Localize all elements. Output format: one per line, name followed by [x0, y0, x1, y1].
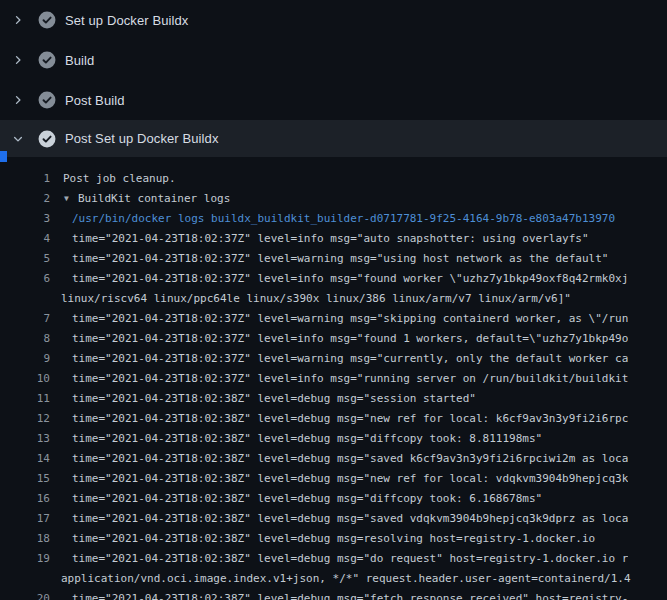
line-number[interactable]: 3: [0, 209, 50, 229]
log-text: time="2021-04-23T18:02:37Z" level=info m…: [50, 369, 628, 389]
line-number[interactable]: 2: [0, 189, 50, 209]
line-number[interactable]: 7: [0, 309, 50, 329]
line-number[interactable]: 16: [0, 489, 50, 509]
log-line: 5time="2021-04-23T18:02:37Z" level=warni…: [0, 249, 667, 269]
line-number[interactable]: 11: [0, 389, 50, 409]
log-line: 13time="2021-04-23T18:02:38Z" level=debu…: [0, 429, 667, 449]
chevron-right-icon: [11, 13, 25, 27]
log-line: application/vnd.oci.image.index.v1+json,…: [0, 569, 667, 589]
step-row-set-up-docker-buildx[interactable]: Set up Docker Buildx: [0, 0, 667, 40]
step-row-post-build[interactable]: Post Build: [0, 80, 667, 120]
log-text: application/vnd.oci.image.index.v1+json,…: [50, 569, 631, 589]
line-number[interactable]: 20: [0, 589, 50, 600]
line-number[interactable]: 9: [0, 349, 50, 369]
log-text: time="2021-04-23T18:02:38Z" level=debug …: [50, 469, 628, 489]
step-label: Post Build: [65, 93, 125, 108]
chevron-down-icon: [11, 132, 25, 146]
line-number[interactable]: 19: [0, 549, 50, 569]
log-line: 17time="2021-04-23T18:02:38Z" level=debu…: [0, 509, 667, 529]
step-row-post-set-up-docker-buildx[interactable]: Post Set up Docker Buildx: [0, 120, 667, 157]
log-text: time="2021-04-23T18:02:38Z" level=debug …: [50, 449, 628, 469]
check-circle-icon: [38, 91, 56, 109]
log-line: 8time="2021-04-23T18:02:37Z" level=info …: [0, 329, 667, 349]
log-line: linux/riscv64 linux/ppc64le linux/s390x …: [0, 289, 667, 309]
log-text: time="2021-04-23T18:02:38Z" level=debug …: [50, 549, 628, 569]
line-number: [0, 289, 50, 309]
log-line: 11time="2021-04-23T18:02:38Z" level=debu…: [0, 389, 667, 409]
chevron-right-icon: [11, 93, 25, 107]
line-number[interactable]: 15: [0, 469, 50, 489]
log-text: time="2021-04-23T18:02:38Z" level=debug …: [50, 529, 595, 549]
log-text: time="2021-04-23T18:02:38Z" level=debug …: [50, 589, 628, 600]
log-line: 4time="2021-04-23T18:02:37Z" level=info …: [0, 229, 667, 249]
log-line: 14time="2021-04-23T18:02:38Z" level=debu…: [0, 449, 667, 469]
line-number[interactable]: 1: [0, 169, 50, 189]
step-label: Set up Docker Buildx: [65, 13, 188, 28]
log-text: time="2021-04-23T18:02:37Z" level=info m…: [50, 269, 628, 289]
log-viewer: 1Post job cleanup.2▼BuildKit container l…: [0, 157, 667, 600]
line-number[interactable]: 17: [0, 509, 50, 529]
line-number: [0, 569, 50, 589]
group-expand-marker-icon[interactable]: ▼: [64, 189, 78, 209]
step-label: Post Set up Docker Buildx: [65, 131, 219, 146]
log-text: time="2021-04-23T18:02:37Z" level=warnin…: [50, 249, 608, 269]
log-text: Post job cleanup.: [50, 169, 176, 189]
check-circle-icon: [38, 130, 56, 148]
log-line: 7time="2021-04-23T18:02:37Z" level=warni…: [0, 309, 667, 329]
log-line: 1Post job cleanup.: [0, 169, 667, 189]
line-number[interactable]: 12: [0, 409, 50, 429]
log-text: time="2021-04-23T18:02:37Z" level=warnin…: [50, 309, 628, 329]
line-number[interactable]: 10: [0, 369, 50, 389]
line-number[interactable]: 18: [0, 529, 50, 549]
check-circle-icon: [38, 11, 56, 29]
focus-indicator: [0, 151, 7, 162]
log-text: time="2021-04-23T18:02:37Z" level=info m…: [50, 229, 589, 249]
step-row-build[interactable]: Build: [0, 40, 667, 80]
log-line: 10time="2021-04-23T18:02:37Z" level=info…: [0, 369, 667, 389]
log-line: 16time="2021-04-23T18:02:38Z" level=debu…: [0, 489, 667, 509]
line-number[interactable]: 13: [0, 429, 50, 449]
log-text: time="2021-04-23T18:02:37Z" level=warnin…: [50, 349, 628, 369]
log-text: time="2021-04-23T18:02:38Z" level=debug …: [50, 409, 628, 429]
line-number[interactable]: 4: [0, 229, 50, 249]
log-text: time="2021-04-23T18:02:37Z" level=info m…: [50, 329, 628, 349]
check-circle-icon: [38, 51, 56, 69]
log-line: 19time="2021-04-23T18:02:38Z" level=debu…: [0, 549, 667, 569]
log-line: 15time="2021-04-23T18:02:38Z" level=debu…: [0, 469, 667, 489]
log-text: time="2021-04-23T18:02:38Z" level=debug …: [50, 429, 542, 449]
log-line: 18time="2021-04-23T18:02:38Z" level=debu…: [0, 529, 667, 549]
log-line: 6time="2021-04-23T18:02:37Z" level=info …: [0, 269, 667, 289]
chevron-right-icon: [11, 53, 25, 67]
line-number[interactable]: 5: [0, 249, 50, 269]
log-text: linux/riscv64 linux/ppc64le linux/s390x …: [50, 289, 571, 309]
log-line: 2▼BuildKit container logs: [0, 189, 667, 209]
log-line: 20time="2021-04-23T18:02:38Z" level=debu…: [0, 589, 667, 600]
group-title: BuildKit container logs: [78, 192, 230, 205]
log-text: time="2021-04-23T18:02:38Z" level=debug …: [50, 389, 476, 409]
step-label: Build: [65, 53, 94, 68]
log-text: time="2021-04-23T18:02:38Z" level=debug …: [50, 509, 628, 529]
log-line: 9time="2021-04-23T18:02:37Z" level=warni…: [0, 349, 667, 369]
line-number[interactable]: 14: [0, 449, 50, 469]
log-line: 12time="2021-04-23T18:02:38Z" level=debu…: [0, 409, 667, 429]
log-line: 3/usr/bin/docker logs buildx_buildkit_bu…: [0, 209, 667, 229]
log-command-text: /usr/bin/docker logs buildx_buildkit_bui…: [50, 209, 615, 229]
line-number[interactable]: 6: [0, 269, 50, 289]
steps-list: Set up Docker Buildx Build Post Build Po…: [0, 0, 667, 157]
log-text: time="2021-04-23T18:02:38Z" level=debug …: [50, 489, 542, 509]
line-number[interactable]: 8: [0, 329, 50, 349]
log-text[interactable]: ▼BuildKit container logs: [50, 189, 230, 209]
